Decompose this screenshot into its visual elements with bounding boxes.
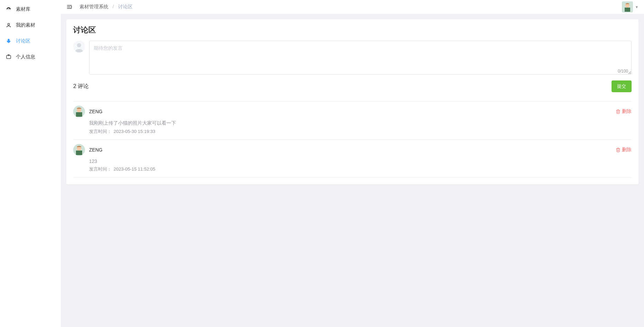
discussion-card: 讨论区 0/100 2 评论 提交 [66,19,638,184]
compose-avatar [73,41,85,52]
comment-time: 发言时间：2023-05-15 11:52:05 [89,166,632,172]
comment-author: ZENG [89,109,103,114]
id-card-icon [6,54,12,60]
svg-rect-3 [8,55,9,56]
comment-avatar [73,144,85,156]
avatar [622,1,633,12]
collapse-sidebar-button[interactable] [66,4,73,10]
sidebar-item-label: 讨论区 [16,38,30,44]
caret-down-icon: ▼ [635,5,638,9]
user-menu[interactable]: ▼ [622,1,638,12]
sidebar: 素材库 我的素材 讨论区 个人信息 [0,0,61,327]
comment-author: ZENG [89,147,103,153]
svg-rect-2 [7,55,11,58]
sidebar-item-label: 个人信息 [16,54,35,60]
delete-comment-button[interactable]: 删除 [616,108,632,115]
comment-input[interactable] [89,41,632,75]
sidebar-item-library[interactable]: 素材库 [0,1,61,17]
sidebar-item-profile[interactable]: 个人信息 [0,49,61,65]
svg-point-11 [77,43,81,47]
topbar: 素材管理系统 / 讨论区 ▼ [61,0,644,14]
compose-row: 0/100 [73,41,632,76]
svg-rect-17 [76,151,82,155]
comment-item: ZENG 删除 我刚刚上传了小猫的照片大家可以看一下 发言时间：2023-05-… [73,102,632,140]
mic-icon [6,38,12,44]
sidebar-item-my-materials[interactable]: 我的素材 [0,17,61,33]
sidebar-item-discussion[interactable]: 讨论区 [0,33,61,49]
breadcrumb-current: 讨论区 [118,4,133,9]
breadcrumb-root[interactable]: 素材管理系统 [79,4,108,9]
comment-count: 2 评论 [73,83,89,90]
comment-time: 发言时间：2023-05-30 15:19:33 [89,128,632,135]
breadcrumb-separator: / [113,4,114,9]
comment-text: 123 [89,158,632,164]
delete-label: 删除 [622,147,632,153]
sidebar-item-label: 我的素材 [16,22,35,28]
trash-icon [616,147,621,152]
comment-item: ZENG 删除 123 发言时间：2023-05-15 11:52:05 [73,140,632,177]
comment-text: 我刚刚上传了小猫的照片大家可以看一下 [89,120,632,126]
svg-rect-14 [76,112,82,117]
dashboard-icon [6,7,12,12]
breadcrumb: 素材管理系统 / 讨论区 [79,4,133,10]
trash-icon [616,109,621,114]
sidebar-item-label: 素材库 [16,6,30,12]
svg-point-0 [8,23,9,25]
page-title: 讨论区 [73,25,632,35]
submit-button[interactable]: 提交 [612,80,632,92]
user-icon [6,22,12,28]
svg-rect-9 [625,8,630,12]
delete-comment-button[interactable]: 删除 [616,147,632,153]
comment-avatar [73,106,85,117]
delete-label: 删除 [622,108,632,115]
